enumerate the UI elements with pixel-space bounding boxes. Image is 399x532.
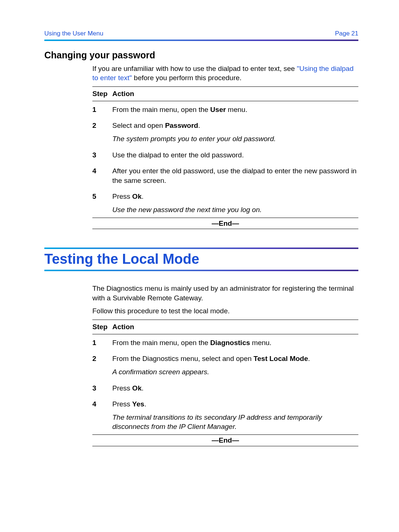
chapter-rule-top (44, 248, 358, 249)
section-heading-changing-password: Changing your password (44, 49, 358, 62)
section1-content: If you are unfamiliar with how to use th… (92, 64, 358, 229)
col-action: Action (112, 320, 358, 334)
table-row: 3 Use the dialpad to enter the old passw… (92, 147, 358, 163)
table-header-row: Step Action (92, 87, 358, 101)
col-action: Action (112, 87, 358, 101)
header-rule (44, 40, 358, 41)
step-result: Use the new password the next time you l… (112, 205, 358, 215)
step-number: 3 (92, 147, 112, 163)
table-row: 1 From the main menu, open the User menu… (92, 101, 358, 117)
section1-intro: If you are unfamiliar with how to use th… (92, 64, 358, 83)
step-action: Select and open Password. The system pro… (112, 117, 358, 146)
step-number: 4 (92, 163, 112, 188)
table-row: 4 Press Yes. The terminal transitions to… (92, 396, 358, 434)
step-number: 5 (92, 188, 112, 218)
step-action: Press Ok. (112, 380, 358, 396)
step-number: 4 (92, 396, 112, 434)
table-row: 2 From the Diagnostics menu, select and … (92, 350, 358, 379)
col-step: Step (92, 87, 112, 101)
section2-content: The Diagnostics menu is mainly used by a… (92, 284, 358, 446)
intro-text-post: before you perform this procedure. (132, 74, 242, 82)
running-header: Using the User Menu Page 21 (44, 30, 358, 40)
chapter-title: Testing the Local Mode (44, 251, 358, 267)
table-row: 4 After you enter the old password, use … (92, 163, 358, 188)
header-right: Page 21 (335, 30, 358, 38)
table-row: 2 Select and open Password. The system p… (92, 117, 358, 146)
step-result: The system prompts you to enter your old… (112, 134, 358, 144)
chapter-rule-bottom (44, 270, 358, 271)
table-row: 3 Press Ok. (92, 380, 358, 396)
step-action: From the Diagnostics menu, select and op… (112, 350, 358, 379)
table-row: 1 From the main menu, open the Diagnosti… (92, 334, 358, 351)
table-header-row: Step Action (92, 320, 358, 334)
intro-text-pre: If you are unfamiliar with how to use th… (92, 65, 297, 72)
step-action: Press Ok. Use the new password the next … (112, 188, 358, 218)
step-number: 1 (92, 101, 112, 117)
step-number: 2 (92, 117, 112, 146)
step-action: From the main menu, open the User menu. (112, 101, 358, 117)
end-marker: —End— (92, 435, 358, 446)
step-number: 2 (92, 350, 112, 379)
step-action: Press Yes. The terminal transitions to i… (112, 396, 358, 434)
step-number: 1 (92, 334, 112, 351)
table-row: 5 Press Ok. Use the new password the nex… (92, 188, 358, 218)
step-action: After you enter the old password, use th… (112, 163, 358, 188)
steps-table-1: Step Action 1 From the main menu, open t… (92, 86, 358, 229)
section2-intro2: Follow this procedure to test the local … (92, 306, 358, 316)
end-marker: —End— (92, 218, 358, 229)
step-action: From the main menu, open the Diagnostics… (112, 334, 358, 351)
step-action: Use the dialpad to enter the old passwor… (112, 147, 358, 163)
step-number: 3 (92, 380, 112, 396)
steps-table-2: Step Action 1 From the main menu, open t… (92, 320, 358, 446)
page: Using the User Menu Page 21 Changing you… (0, 0, 399, 532)
section2-intro1: The Diagnostics menu is mainly used by a… (92, 284, 358, 303)
step-result: A confirmation screen appears. (112, 367, 358, 377)
step-result: The terminal transitions to its secondar… (112, 413, 358, 432)
header-left: Using the User Menu (44, 30, 103, 38)
col-step: Step (92, 320, 112, 334)
